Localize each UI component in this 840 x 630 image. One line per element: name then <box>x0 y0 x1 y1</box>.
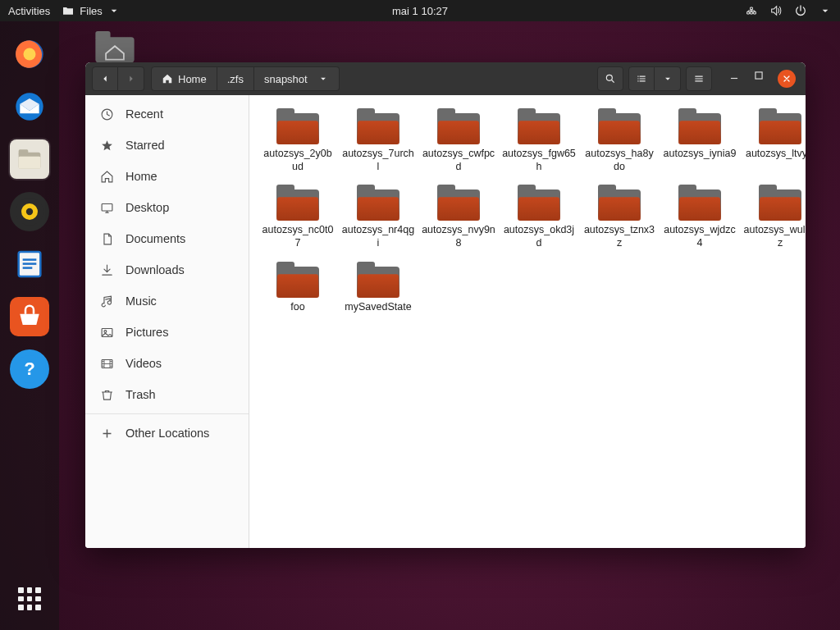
folder-item[interactable]: autozsys_ltvyzi <box>742 105 806 176</box>
dock-libreoffice-writer[interactable] <box>8 243 51 285</box>
path-zfs[interactable]: .zfs <box>217 66 254 91</box>
folder-icon <box>759 108 801 144</box>
sidebar-starred[interactable]: Starred <box>85 130 249 161</box>
svg-rect-6 <box>19 149 29 155</box>
folder-icon <box>437 185 480 221</box>
app-menu-label: Files <box>80 5 102 17</box>
folder-item[interactable]: autozsys_cwfpcd <box>420 105 497 176</box>
path-home[interactable]: Home <box>151 66 217 91</box>
dock-rhythmbox[interactable] <box>8 190 51 233</box>
folder-item[interactable]: autozsys_wjdzc4 <box>661 181 738 253</box>
folder-label: autozsys_7urchl <box>341 148 415 173</box>
places-sidebar: Recent Starred Home Desktop Documents Do… <box>85 95 249 548</box>
sidebar-recent[interactable]: Recent <box>85 98 249 130</box>
svg-point-18 <box>606 75 612 80</box>
folder-item[interactable]: autozsys_tznx3z <box>581 181 658 253</box>
desktop-home-folder[interactable] <box>90 31 139 66</box>
dock-thunderbird[interactable] <box>8 85 51 128</box>
folder-item[interactable]: autozsys_wul29z <box>742 181 806 253</box>
svg-rect-20 <box>756 72 762 79</box>
activities-button[interactable]: Activities <box>8 5 50 17</box>
dock-files[interactable] <box>8 138 51 180</box>
svg-rect-13 <box>23 258 37 261</box>
folder-label: autozsys_okd3jd <box>502 224 576 249</box>
network-icon[interactable] <box>745 4 758 17</box>
folder-item[interactable]: autozsys_iynia9 <box>661 105 738 176</box>
folder-icon <box>357 185 399 221</box>
folder-item[interactable]: autozsys_fgw65h <box>500 105 578 176</box>
window-maximize-button[interactable] <box>753 70 765 88</box>
sidebar-desktop[interactable]: Desktop <box>85 192 249 223</box>
folder-item[interactable]: autozsys_7urchl <box>340 105 417 176</box>
sidebar-downloads[interactable]: Downloads <box>85 254 249 285</box>
folder-label: mySavedState <box>345 301 411 314</box>
search-button[interactable] <box>597 66 623 91</box>
svg-rect-0 <box>95 37 134 62</box>
folder-icon <box>276 108 319 144</box>
sidebar-pictures[interactable]: Pictures <box>85 317 249 348</box>
pathbar: Home .zfs snapshot <box>151 66 340 91</box>
folder-label: autozsys_ltvyzi <box>746 148 806 161</box>
window-close-button[interactable] <box>778 70 796 88</box>
gnome-topbar: Activities Files mai 1 10:27 <box>0 0 840 21</box>
folder-item[interactable]: autozsys_2y0bud <box>259 105 336 176</box>
svg-rect-19 <box>731 78 737 79</box>
folder-icon <box>518 108 560 144</box>
folder-item[interactable]: foo <box>259 258 336 317</box>
dock-ubuntu-software[interactable] <box>8 295 51 338</box>
svg-rect-1 <box>95 31 110 40</box>
dock-firefox[interactable] <box>8 33 51 75</box>
folder-item[interactable]: autozsys_nvy9n8 <box>420 181 497 253</box>
folder-label: autozsys_wjdzc4 <box>663 224 737 249</box>
path-snapshot-label: snapshot <box>264 73 308 85</box>
volume-icon[interactable] <box>769 4 783 17</box>
nav-back-button[interactable] <box>92 66 118 91</box>
hamburger-menu-button[interactable] <box>686 66 712 91</box>
svg-point-3 <box>24 48 36 61</box>
folder-label: autozsys_iynia9 <box>664 148 737 161</box>
show-applications-button[interactable] <box>8 578 51 620</box>
chevron-down-icon <box>107 4 121 17</box>
svg-rect-22 <box>102 203 112 210</box>
path-snapshot[interactable]: snapshot <box>254 66 340 91</box>
view-options-button[interactable] <box>655 66 681 91</box>
folder-label: autozsys_wul29z <box>743 224 806 249</box>
folder-icon <box>598 185 641 221</box>
folder-icon <box>357 108 399 144</box>
view-list-button[interactable] <box>628 66 655 91</box>
power-icon[interactable] <box>794 4 807 17</box>
folder-item[interactable]: autozsys_ha8ydo <box>581 105 658 176</box>
folder-label: autozsys_tznx3z <box>582 224 656 249</box>
folder-view[interactable]: autozsys_2y0budautozsys_7urchlautozsys_c… <box>249 95 806 548</box>
sidebar-trash[interactable]: Trash <box>85 379 249 410</box>
sidebar-home[interactable]: Home <box>85 161 249 192</box>
window-headerbar: Home .zfs snapshot <box>85 62 806 95</box>
sidebar-documents[interactable]: Documents <box>85 223 249 254</box>
path-zfs-label: .zfs <box>227 73 244 85</box>
folder-icon <box>357 262 399 298</box>
sidebar-videos[interactable]: Videos <box>85 348 249 379</box>
folder-icon <box>276 262 319 298</box>
dock-help[interactable]: ? <box>8 348 51 390</box>
folder-label: autozsys_nc0t07 <box>261 224 335 249</box>
window-minimize-button[interactable] <box>728 70 740 88</box>
folder-item[interactable]: autozsys_nr4qgi <box>340 181 417 253</box>
clock[interactable]: mai 1 10:27 <box>392 5 448 17</box>
folder-label: autozsys_nr4qgi <box>341 224 415 249</box>
sidebar-other-locations[interactable]: Other Locations <box>85 418 249 449</box>
path-home-label: Home <box>178 73 207 85</box>
folder-label: autozsys_2y0bud <box>261 148 335 173</box>
folder-item[interactable]: mySavedState <box>340 258 417 317</box>
folder-icon <box>437 108 480 144</box>
nav-forward-button[interactable] <box>118 66 144 91</box>
ubuntu-dock: ? <box>0 21 59 630</box>
chevron-down-icon[interactable] <box>819 4 832 17</box>
folder-label: foo <box>290 301 304 314</box>
folder-item[interactable]: autozsys_okd3jd <box>500 181 578 253</box>
sidebar-music[interactable]: Music <box>85 285 249 317</box>
folder-label: autozsys_nvy9n8 <box>422 224 495 249</box>
app-menu[interactable]: Files <box>62 4 120 17</box>
folder-item[interactable]: autozsys_nc0t07 <box>259 181 336 253</box>
folder-icon <box>678 108 721 144</box>
svg-point-24 <box>104 330 107 332</box>
